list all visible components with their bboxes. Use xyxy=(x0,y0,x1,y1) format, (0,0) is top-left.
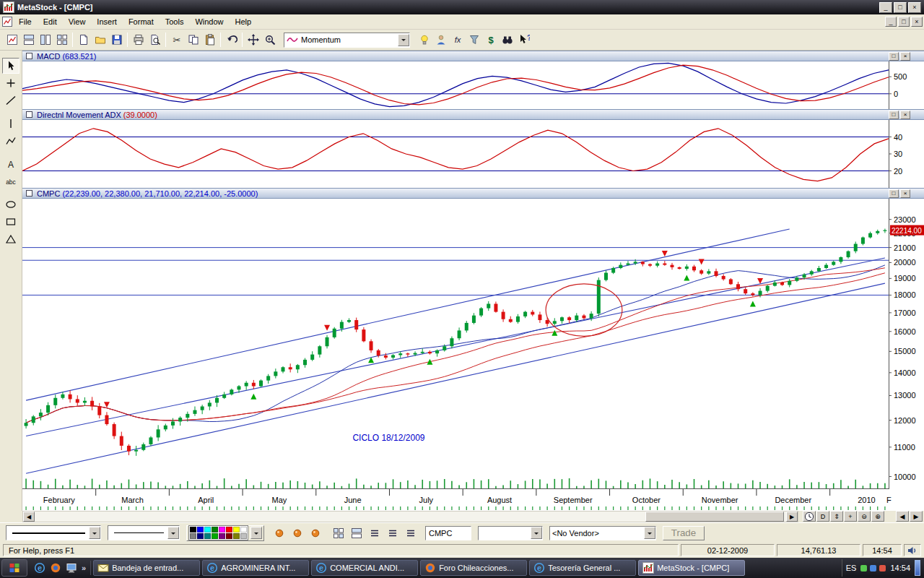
expert-advisor-button[interactable] xyxy=(416,32,432,48)
indicator-builder-button[interactable]: fx xyxy=(449,32,466,48)
period-dropdown-arrow[interactable] xyxy=(531,527,542,539)
zoom-in-button[interactable]: ⊕ xyxy=(871,511,884,522)
indicator-dropdown[interactable]: Momentum xyxy=(284,33,410,48)
menu-help[interactable]: Help xyxy=(230,15,258,28)
pointer-tool-button[interactable] xyxy=(2,58,19,74)
taskbar-item-tesorer-a-general[interactable]: eTesorería General ... xyxy=(529,560,636,576)
firefox-quicklaunch[interactable] xyxy=(48,561,63,575)
color-swatch[interactable] xyxy=(233,527,240,532)
line-style-dropdown-arrow[interactable] xyxy=(89,527,100,539)
rectangle-tool-button[interactable] xyxy=(2,214,19,230)
show-desktop-strip[interactable] xyxy=(915,560,920,576)
crosshair-tool-button[interactable] xyxy=(2,75,19,91)
price-panel-close-button[interactable]: × xyxy=(900,189,910,198)
new-chart-button[interactable] xyxy=(4,32,20,48)
start-button[interactable] xyxy=(1,559,27,577)
color-swatch[interactable] xyxy=(190,533,196,539)
window-close-button[interactable]: × xyxy=(908,2,921,13)
show-desktop[interactable] xyxy=(64,561,79,575)
line-style-dropdown[interactable] xyxy=(6,525,101,540)
time-period-button[interactable] xyxy=(803,511,816,522)
quote-button-1-button[interactable] xyxy=(271,525,287,541)
color-swatch[interactable] xyxy=(233,533,240,539)
adx-panel-close-button[interactable]: × xyxy=(900,111,910,119)
tile-horizontal-button[interactable] xyxy=(20,32,37,48)
tile-vertical-button[interactable] xyxy=(37,32,53,48)
symbol-field[interactable]: CMPC xyxy=(425,526,471,540)
vertical-line-tool-button[interactable] xyxy=(2,116,19,131)
color-swatch[interactable] xyxy=(240,527,247,532)
text-note-tool-button[interactable]: A xyxy=(2,156,19,172)
context-help-button[interactable]: ? xyxy=(515,32,532,48)
line-weight-dropdown[interactable] xyxy=(108,525,180,540)
taskbar-item-bandeja-de-entrad[interactable]: Bandeja de entrad... xyxy=(93,560,200,576)
rows-style-1-button[interactable] xyxy=(366,525,383,541)
color-swatch[interactable] xyxy=(240,533,247,539)
taskbar-item-foro-chileacciones[interactable]: Foro Chileacciones... xyxy=(420,560,527,576)
layout-tile-button-button[interactable] xyxy=(330,525,346,541)
scroll-right-button[interactable]: ▶ xyxy=(786,512,798,522)
price-panel-maximize-button[interactable]: □ xyxy=(889,189,899,198)
taskbar-item-comercial-andi[interactable]: eCOMERCIAL ANDI... xyxy=(311,560,418,576)
color-swatch[interactable] xyxy=(212,533,218,539)
period-dropdown[interactable] xyxy=(478,526,543,540)
triangle-tool-button[interactable] xyxy=(2,231,19,247)
macd-plot[interactable]: 5000 xyxy=(22,61,924,109)
color-palette-dropdown[interactable] xyxy=(186,525,264,541)
layout-stack-button-button[interactable] xyxy=(348,525,365,541)
color-swatch[interactable] xyxy=(226,527,232,532)
color-swatch[interactable] xyxy=(197,527,204,532)
color-swatch[interactable] xyxy=(204,527,211,532)
ie-quicklaunch[interactable]: e xyxy=(32,561,47,575)
color-palette-dropdown-arrow[interactable] xyxy=(250,527,262,539)
indicator-dropdown-arrow[interactable] xyxy=(398,34,409,46)
menu-window[interactable]: Window xyxy=(189,15,229,28)
document-close-button[interactable]: × xyxy=(911,17,923,27)
tray-icon-red[interactable] xyxy=(879,565,886,571)
price-panel-checkbox[interactable] xyxy=(26,190,32,197)
macd-panel-checkbox[interactable] xyxy=(26,53,32,59)
scroll-tool-button[interactable] xyxy=(245,32,261,48)
color-swatch[interactable] xyxy=(212,527,218,532)
taskbar-item-agrominera-int[interactable]: eAGROMINERA INT... xyxy=(202,560,309,576)
zoom-tool-button[interactable] xyxy=(261,32,278,48)
new-button[interactable] xyxy=(75,32,92,48)
color-swatch[interactable] xyxy=(197,533,204,539)
paste-button[interactable] xyxy=(201,32,218,48)
rows-style-3-button[interactable] xyxy=(402,525,419,541)
text-tool-button[interactable]: abc xyxy=(2,173,19,189)
adx-panel-header[interactable]: Directnl Movement ADX(39.0000) □× xyxy=(22,109,924,120)
window-minimize-button[interactable]: _ xyxy=(879,2,892,13)
zigzag-tool-button[interactable] xyxy=(2,133,19,149)
taskbar-item-metastock-cmpc[interactable]: MetaStock - [CMPC] xyxy=(638,560,745,576)
quote-button-3-button[interactable] xyxy=(307,525,323,541)
menu-view[interactable]: View xyxy=(63,15,92,28)
menu-format[interactable]: Format xyxy=(123,15,160,28)
zoom-reset-button[interactable]: + xyxy=(844,511,857,522)
optionscope-button[interactable]: $ xyxy=(482,32,499,48)
quote-button-2-button[interactable] xyxy=(289,525,305,541)
macd-panel-maximize-button[interactable]: □ xyxy=(889,52,899,61)
jump-right-button[interactable]: ▶ xyxy=(910,511,923,522)
menu-insert[interactable]: Insert xyxy=(91,15,123,28)
trade-button[interactable]: Trade xyxy=(663,526,705,540)
daily-period-button[interactable]: D xyxy=(816,511,829,522)
system-tester-button[interactable] xyxy=(466,32,482,48)
menu-edit[interactable]: Edit xyxy=(38,15,63,28)
window-restore-button[interactable]: □ xyxy=(894,2,907,13)
search-button[interactable] xyxy=(499,32,515,48)
menu-file[interactable]: File xyxy=(13,15,38,28)
undo-button[interactable] xyxy=(223,32,240,48)
print-preview-button[interactable] xyxy=(147,32,163,48)
color-swatch[interactable] xyxy=(219,527,225,532)
line-weight-dropdown-arrow[interactable] xyxy=(167,527,179,539)
zoom-out-button[interactable]: ⊖ xyxy=(858,511,871,522)
document-minimize-button[interactable]: _ xyxy=(885,17,897,27)
print-button[interactable] xyxy=(130,32,147,48)
color-swatch[interactable] xyxy=(219,533,225,539)
vendor-dropdown[interactable]: <No Vendor> xyxy=(549,526,656,540)
color-swatch[interactable] xyxy=(204,533,211,539)
price-panel-header[interactable]: CMPC(22,239.00, 22,380.00, 21,710.00, 22… xyxy=(22,188,924,199)
save-button[interactable] xyxy=(108,32,125,48)
jump-left-button[interactable]: ◀ xyxy=(896,511,909,522)
